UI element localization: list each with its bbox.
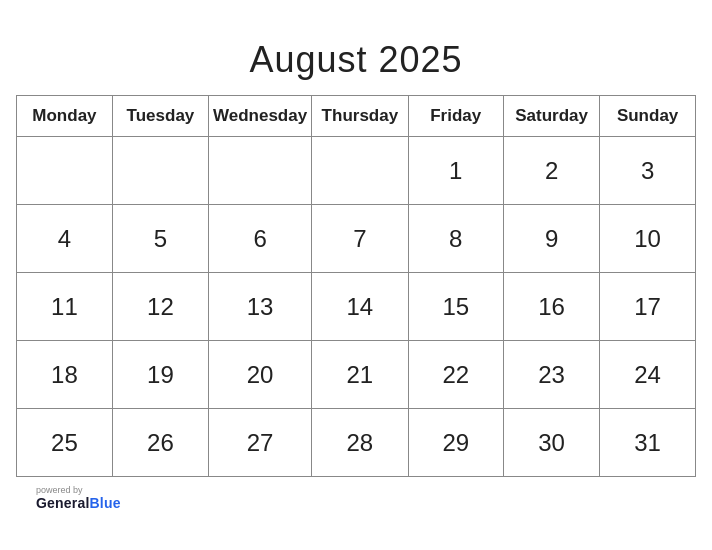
calendar-day-cell: 11 (17, 273, 113, 341)
calendar-day-cell: 28 (312, 409, 408, 477)
calendar-day-cell: 25 (17, 409, 113, 477)
calendar-day-cell: 15 (408, 273, 503, 341)
calendar-header-cell: Friday (408, 96, 503, 137)
calendar-day-cell: 29 (408, 409, 503, 477)
calendar-day-cell: 24 (600, 341, 696, 409)
powered-by: powered by GeneralBlue (36, 485, 121, 511)
calendar-day-cell: 26 (112, 409, 208, 477)
calendar-header-cell: Saturday (503, 96, 599, 137)
calendar-day-cell (17, 137, 113, 205)
calendar-day-cell: 12 (112, 273, 208, 341)
calendar-day-cell: 30 (503, 409, 599, 477)
calendar-day-cell: 20 (208, 341, 311, 409)
calendar-day-cell (312, 137, 408, 205)
calendar-title: August 2025 (16, 39, 696, 81)
calendar-header-cell: Thursday (312, 96, 408, 137)
calendar-day-cell: 22 (408, 341, 503, 409)
calendar-week-row: 25262728293031 (17, 409, 696, 477)
calendar-header-cell: Monday (17, 96, 113, 137)
calendar-day-cell: 31 (600, 409, 696, 477)
calendar-day-cell: 27 (208, 409, 311, 477)
calendar-week-row: 11121314151617 (17, 273, 696, 341)
calendar-day-cell: 19 (112, 341, 208, 409)
calendar-day-cell: 6 (208, 205, 311, 273)
calendar-day-cell (112, 137, 208, 205)
calendar-day-cell: 18 (17, 341, 113, 409)
calendar-day-cell: 17 (600, 273, 696, 341)
calendar-week-row: 18192021222324 (17, 341, 696, 409)
calendar-table: MondayTuesdayWednesdayThursdayFridaySatu… (16, 95, 696, 477)
calendar-day-cell: 16 (503, 273, 599, 341)
calendar-header-cell: Sunday (600, 96, 696, 137)
calendar-day-cell: 13 (208, 273, 311, 341)
calendar-header-row: MondayTuesdayWednesdayThursdayFridaySatu… (17, 96, 696, 137)
calendar-day-cell: 21 (312, 341, 408, 409)
calendar-day-cell: 5 (112, 205, 208, 273)
calendar-day-cell: 9 (503, 205, 599, 273)
calendar-day-cell (208, 137, 311, 205)
calendar-header-cell: Wednesday (208, 96, 311, 137)
calendar-day-cell: 23 (503, 341, 599, 409)
calendar-day-cell: 7 (312, 205, 408, 273)
calendar-day-cell: 8 (408, 205, 503, 273)
calendar-container: August 2025 MondayTuesdayWednesdayThursd… (16, 39, 696, 477)
calendar-body: 1234567891011121314151617181920212223242… (17, 137, 696, 477)
calendar-day-cell: 4 (17, 205, 113, 273)
calendar-day-cell: 3 (600, 137, 696, 205)
powered-by-label: powered by (36, 485, 121, 495)
calendar-day-cell: 10 (600, 205, 696, 273)
calendar-week-row: 123 (17, 137, 696, 205)
calendar-day-cell: 2 (503, 137, 599, 205)
powered-by-brand: GeneralBlue (36, 495, 121, 511)
calendar-day-cell: 14 (312, 273, 408, 341)
calendar-week-row: 45678910 (17, 205, 696, 273)
calendar-day-cell: 1 (408, 137, 503, 205)
calendar-header-cell: Tuesday (112, 96, 208, 137)
